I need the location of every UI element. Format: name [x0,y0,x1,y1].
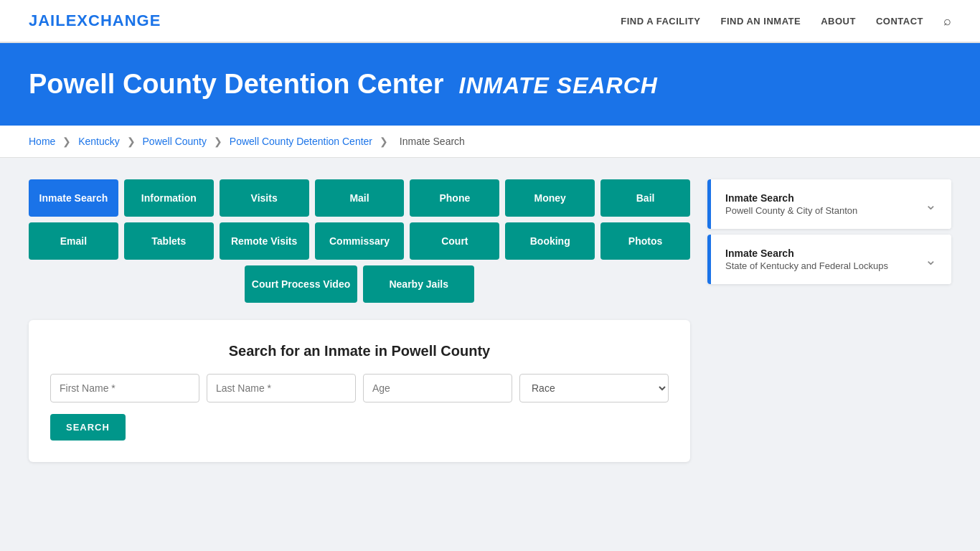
btn-bail[interactable]: Bail [600,179,690,217]
sidebar-card-state: Inmate Search State of Kentucky and Fede… [707,235,951,284]
hero-facility: Powell County Detention Center [29,69,443,99]
nav-find-inmate[interactable]: FIND AN INMATE [720,14,801,27]
btn-court-process-video[interactable]: Court Process Video [245,265,357,303]
btn-photos[interactable]: Photos [600,222,690,260]
search-card-title: Search for an Inmate in Powell County [50,343,669,359]
sidebar-item-powell[interactable]: Inmate Search Powell County & City of St… [707,179,951,229]
btn-mail[interactable]: Mail [315,179,405,217]
nav-search-icon[interactable]: ⌕ [943,14,951,29]
breadcrumb-state[interactable]: Kentucky [78,136,120,147]
left-section: Inmate Search Information Visits Mail Ph… [29,179,690,462]
sidebar-state-title: Inmate Search [725,248,888,259]
btn-remote-visits[interactable]: Remote Visits [220,222,309,260]
chevron-down-icon-2: ⌄ [925,251,937,268]
btn-visits[interactable]: Visits [220,179,309,217]
search-card: Search for an Inmate in Powell County Ra… [29,320,690,462]
btn-nearby-jails[interactable]: Nearby Jails [363,265,474,303]
sidebar-state-subtitle: State of Kentucky and Federal Lockups [725,260,888,271]
nav-find-facility[interactable]: FIND A FACILITY [621,14,700,27]
nav-contact[interactable]: CONTACT [876,14,923,27]
btn-row-1: Inmate Search Information Visits Mail Ph… [29,179,690,217]
breadcrumb-county[interactable]: Powell County [143,136,207,147]
navbar: JAILEXCHANGE FIND A FACILITY FIND AN INM… [0,0,980,43]
btn-commissary[interactable]: Commissary [315,222,405,260]
btn-inmate-search[interactable]: Inmate Search [29,179,118,217]
right-sidebar: Inmate Search Powell County & City of St… [707,179,951,290]
btn-row-2: Email Tablets Remote Visits Commissary C… [29,222,690,260]
sidebar-item-state[interactable]: Inmate Search State of Kentucky and Fede… [707,235,951,284]
sidebar-card-powell: Inmate Search Powell County & City of St… [707,179,951,229]
race-select[interactable]: Race White Black Hispanic Asian Other [519,374,669,402]
btn-booking[interactable]: Booking [505,222,595,260]
breadcrumb-facility[interactable]: Powell County Detention Center [230,136,372,147]
search-button[interactable]: SEARCH [50,414,126,441]
btn-court[interactable]: Court [410,222,499,260]
brand-logo[interactable]: JAILEXCHANGE [29,11,161,30]
btn-tablets[interactable]: Tablets [124,222,214,260]
btn-row-3: Court Process Video Nearby Jails [29,265,690,303]
nav-about[interactable]: ABOUT [821,14,856,27]
hero-subtitle: INMATE SEARCH [459,72,658,98]
age-input[interactable] [363,374,512,402]
first-name-input[interactable] [50,374,199,402]
breadcrumb-home[interactable]: Home [29,136,55,147]
hero-banner: Powell County Detention Center INMATE SE… [0,43,980,126]
logo-part2: EXCHANGE [66,11,161,29]
logo-part1: JAIL [29,11,66,29]
search-form-row-inputs: Race White Black Hispanic Asian Other [50,374,669,402]
main-content: Inmate Search Information Visits Mail Ph… [0,158,980,484]
breadcrumb-current: Inmate Search [400,136,465,147]
nav-links: FIND A FACILITY FIND AN INMATE ABOUT CON… [621,14,951,29]
btn-money[interactable]: Money [505,179,595,217]
sidebar-powell-subtitle: Powell County & City of Stanton [725,205,857,216]
btn-phone[interactable]: Phone [410,179,499,217]
btn-email[interactable]: Email [29,222,118,260]
breadcrumb: Home ❯ Kentucky ❯ Powell County ❯ Powell… [0,126,980,158]
last-name-input[interactable] [207,374,356,402]
btn-information[interactable]: Information [124,179,214,217]
nav-button-grid: Inmate Search Information Visits Mail Ph… [29,179,690,303]
hero-title: Powell County Detention Center INMATE SE… [29,69,951,100]
sidebar-powell-title: Inmate Search [725,192,857,204]
chevron-down-icon: ⌄ [925,196,937,213]
